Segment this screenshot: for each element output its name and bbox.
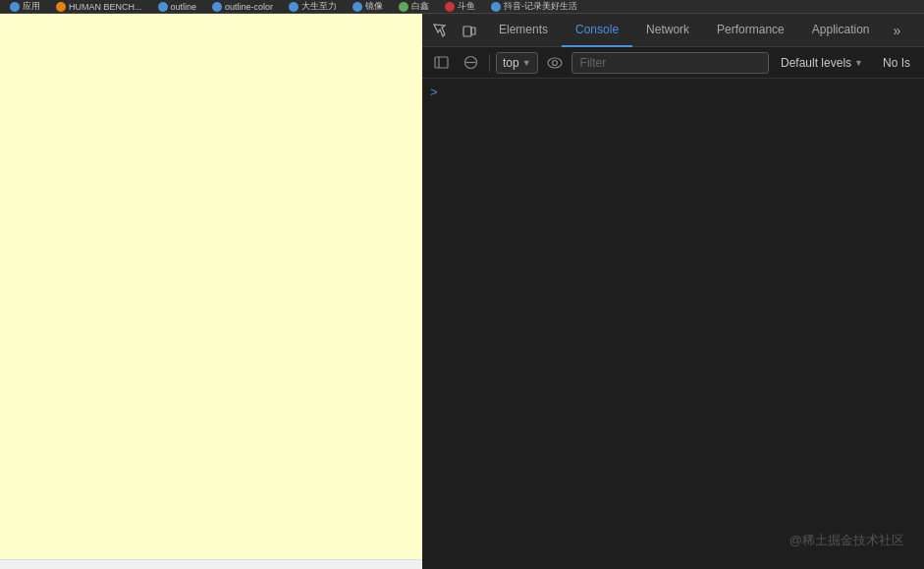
tab-list: 应用 HUMAN BENCH... outline outline-color … <box>4 0 583 14</box>
sidebar-toggle-button[interactable] <box>428 50 454 76</box>
device-toolbar-button[interactable] <box>456 17 483 44</box>
page-content-area <box>0 14 422 569</box>
tab-network-label: Network <box>646 23 689 36</box>
svg-rect-0 <box>463 27 471 36</box>
tab-icon-outline <box>158 2 168 12</box>
inspect-element-button[interactable] <box>426 17 454 44</box>
svg-point-7 <box>552 60 557 65</box>
tab-performance-label: Performance <box>717 23 785 36</box>
tab-7[interactable]: 白鑫 <box>393 0 435 14</box>
tab-bench[interactable]: HUMAN BENCH... <box>50 0 148 14</box>
devtools-header: Elements Console Network Performance App… <box>422 14 924 47</box>
no-issues-label: No Is <box>883 56 910 70</box>
clear-console-button[interactable] <box>458 50 483 76</box>
tab-icon-5 <box>289 2 299 12</box>
tab-label-9: 抖音-记录美好生活 <box>504 0 577 13</box>
context-selector-chevron: ▼ <box>522 58 531 68</box>
tab-8[interactable]: 斗鱼 <box>439 0 481 14</box>
default-levels-button[interactable]: Default levels ▼ <box>773 52 871 74</box>
context-selector-value: top <box>503 56 519 70</box>
console-prompt-line: > <box>430 83 916 101</box>
tab-outline[interactable]: outline <box>152 0 203 14</box>
browser-tab-bar: 应用 HUMAN BENCH... outline outline-color … <box>0 0 924 14</box>
context-selector[interactable]: top ▼ <box>496 52 538 74</box>
page-bottom-bar <box>0 559 422 569</box>
console-toolbar: top ▼ Default levels ▼ No Is <box>422 47 924 79</box>
filter-input[interactable] <box>571 52 769 74</box>
tab-6[interactable]: 镜像 <box>347 0 389 14</box>
console-output[interactable]: > @稀土掘金技术社区 <box>422 79 924 569</box>
tab-label-8: 斗鱼 <box>458 0 475 13</box>
tab-label-outline-color: outline-color <box>225 2 273 12</box>
tab-performance[interactable]: Performance <box>703 14 798 47</box>
tab-application-label: Application <box>812 23 870 36</box>
tab-9[interactable]: 抖音-记录美好生活 <box>485 0 583 14</box>
tab-label-outline: outline <box>171 2 197 12</box>
tab-5[interactable]: 大生至力 <box>283 0 343 14</box>
more-tabs-icon: » <box>894 23 901 38</box>
more-tabs-button[interactable]: » <box>886 17 909 44</box>
tab-app[interactable]: 应用 <box>4 0 46 14</box>
default-levels-chevron: ▼ <box>854 58 863 68</box>
svg-rect-2 <box>435 57 448 68</box>
tab-console[interactable]: Console <box>562 14 632 47</box>
watermark: @稀土掘金技术社区 <box>789 532 904 549</box>
devtools-panel: Elements Console Network Performance App… <box>422 14 924 569</box>
svg-point-6 <box>548 58 562 68</box>
tab-label-7: 白鑫 <box>411 0 429 13</box>
svg-rect-1 <box>471 28 475 34</box>
tab-icon-bench <box>56 2 66 12</box>
tab-outline-color[interactable]: outline-color <box>206 0 279 14</box>
devtools-tabs: Elements Console Network Performance App… <box>485 14 884 46</box>
tab-label-6: 镜像 <box>365 0 383 13</box>
tab-network[interactable]: Network <box>632 14 703 47</box>
prompt-arrow: > <box>430 85 438 99</box>
tab-console-label: Console <box>575 23 619 36</box>
tab-label-app: 应用 <box>23 0 40 13</box>
tab-elements[interactable]: Elements <box>485 14 562 47</box>
no-issues-button[interactable]: No Is <box>875 52 918 74</box>
tab-elements-label: Elements <box>499 23 548 36</box>
tab-icon-outline-color <box>212 2 222 12</box>
tab-application[interactable]: Application <box>798 14 884 47</box>
tab-icon-8 <box>445 2 455 12</box>
tab-icon-6 <box>353 2 362 12</box>
tab-icon-9 <box>491 2 501 12</box>
tab-label-5: 大生至力 <box>301 0 337 13</box>
eye-button[interactable] <box>542 50 568 76</box>
tab-icon-app <box>10 2 20 12</box>
main-layout: Elements Console Network Performance App… <box>0 14 924 569</box>
tab-icon-7 <box>399 2 408 12</box>
default-levels-label: Default levels <box>781 56 851 70</box>
toolbar-separator-1 <box>489 54 490 72</box>
watermark-text: @稀土掘金技术社区 <box>789 533 904 547</box>
tab-label-bench: HUMAN BENCH... <box>69 2 142 12</box>
